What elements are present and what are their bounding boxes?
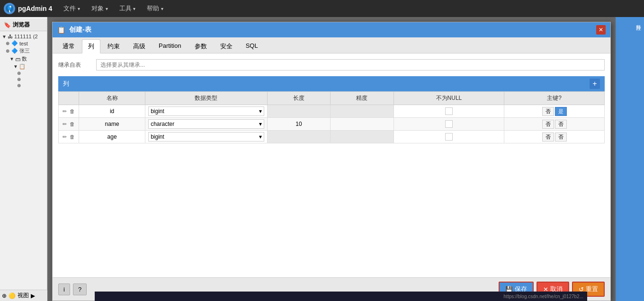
sidebar-view-section: ⊕ 🟡 视图 ▶ [0, 290, 47, 301]
tree-item-db[interactable]: ▼ 🗃 数 [9, 55, 45, 63]
logo-icon [4, 3, 15, 14]
tree-item-server[interactable]: ▼ 🖧 111111 (2 [2, 33, 45, 40]
row-actions: ✏ 🗑 [59, 105, 79, 118]
tab-parameters[interactable]: 参数 [188, 39, 213, 53]
sidebar: 🔖 浏览器 ▼ 🖧 111111 (2 ⊕ 🔷 test ⊕ 🔷 张三 ▼ 🗃 [0, 17, 47, 301]
edit-row-button[interactable]: ✏ [62, 121, 68, 128]
dialog-title: 创建-表 [69, 26, 91, 34]
tree-toggle: ▼ [2, 34, 8, 39]
not-null-badge: 否 [542, 107, 554, 116]
col-header-notnull: 不为NULL [394, 92, 504, 105]
tree-label: 数 [22, 55, 27, 62]
row-actions: ✏ 🗑 [59, 118, 79, 131]
columns-header: 列 + [58, 76, 605, 91]
inherit-label: 继承自表 [58, 61, 96, 69]
tab-security[interactable]: 安全 [214, 39, 239, 53]
col-notnull[interactable] [394, 131, 504, 143]
notnull-checkbox[interactable] [445, 107, 453, 115]
tree-item-zhangsan[interactable]: ⊕ 🔷 张三 [6, 47, 45, 55]
type-select[interactable]: character ▾ [148, 119, 264, 129]
menu-help[interactable]: 帮助 ▾ [142, 2, 168, 15]
tree-item-3[interactable]: ⊕ [17, 82, 45, 89]
columns-title: 列 [63, 80, 69, 88]
tree-toggle: ⊕ [6, 41, 11, 46]
delete-row-button[interactable]: 🗑 [69, 108, 76, 115]
inherit-row: 继承自表 [58, 59, 605, 71]
menubar: pgAdmin 4 文件 ▾ 对象 ▾ 工具 ▾ 帮助 ▾ [0, 0, 644, 17]
dialog-tabs: 通常 列 约束 高级 Partition 参数 [53, 37, 610, 53]
col-type: bigint ▾ [145, 131, 267, 143]
col-header-name: 名称 [79, 92, 145, 105]
type-select[interactable]: bigint ▾ [148, 106, 264, 116]
dialog-body: 继承自表 列 + 名称 [53, 53, 610, 277]
sidebar-title: 浏览器 [13, 21, 30, 29]
tree-toggle: ⊕ [6, 48, 11, 53]
tree-toggle: ⊕ [17, 77, 23, 82]
col-primarykey[interactable]: 否 否 [504, 118, 605, 131]
svg-point-2 [9, 6, 11, 8]
tab-advanced[interactable]: 高级 [127, 39, 152, 53]
row-actions: ✏ 🗑 [59, 131, 79, 143]
tab-partition[interactable]: Partition [152, 39, 188, 53]
tree-item-schema[interactable]: ▼ 📋 [13, 63, 45, 70]
tab-sql[interactable]: SQL [240, 39, 264, 53]
col-length [267, 105, 331, 118]
status-bar: https://blog.csdn.net/lhe/cn_j0127b2... [95, 292, 587, 301]
col-name: name [79, 118, 145, 131]
tree-label: test [19, 41, 28, 46]
col-header-actions [59, 92, 79, 105]
tab-general[interactable]: 通常 [56, 39, 81, 53]
col-precision [331, 105, 394, 118]
dialog-close-button[interactable]: ✕ [596, 25, 606, 35]
not-null-badge: 否 [542, 120, 554, 129]
inherit-input[interactable] [96, 59, 605, 71]
status-text: https://blog.csdn.net/lhe/cn_j0127b2... [504, 294, 583, 299]
tree-toggle: ▼ [9, 56, 15, 62]
notnull-checkbox[interactable] [445, 133, 453, 141]
type-select[interactable]: bigint ▾ [148, 132, 264, 142]
notnull-checkbox[interactable] [445, 120, 453, 128]
col-primarykey[interactable]: 否 是 [504, 105, 605, 118]
tree-label: 111111 (2 [14, 34, 38, 39]
add-column-button[interactable]: + [590, 79, 600, 89]
menu-file[interactable]: 文件 ▾ [59, 2, 85, 15]
tree-item-test[interactable]: ⊕ 🔷 test [6, 40, 45, 47]
tree-toggle: ⊕ [17, 83, 23, 88]
col-type: bigint ▾ [145, 105, 267, 118]
menu-object[interactable]: 对象 ▾ [87, 2, 113, 15]
delete-row-button[interactable]: 🗑 [69, 133, 76, 140]
delete-row-button[interactable]: 🗑 [69, 121, 76, 127]
col-notnull[interactable] [394, 105, 504, 118]
col-primarykey[interactable]: 否 否 [504, 131, 605, 143]
tab-columns[interactable]: 列 [82, 39, 100, 53]
info-button[interactable]: i [58, 283, 70, 295]
dialog-titlebar: 📋 创建-表 ✕ [53, 22, 610, 37]
col-type: character ▾ [145, 118, 267, 131]
app-logo: pgAdmin 4 [4, 3, 52, 14]
view-label: 视图 [18, 292, 29, 300]
sidebar-tree: ▼ 🖧 111111 (2 ⊕ 🔷 test ⊕ 🔷 张三 ▼ 🗃 数 ▼ [0, 31, 47, 90]
col-header-precision: 精度 [331, 92, 394, 105]
help-button[interactable]: ? [73, 283, 87, 295]
sidebar-icon: 🔖 [4, 22, 11, 28]
col-notnull[interactable] [394, 118, 504, 131]
sidebar-header: 🔖 浏览器 [0, 19, 47, 31]
right-panel: 注释 [616, 17, 644, 301]
tree-item-1[interactable]: ⊕ [17, 70, 45, 76]
col-header-length: 长度 [267, 92, 331, 105]
menu-tools[interactable]: 工具 ▾ [115, 2, 141, 15]
primary-key-badge: 否 [555, 133, 567, 142]
footer-left: i ? [58, 283, 87, 295]
content-area: 📋 创建-表 ✕ 通常 列 约束 [47, 17, 616, 301]
edit-row-button[interactable]: ✏ [62, 108, 68, 115]
dialog-overlay: 📋 创建-表 ✕ 通常 列 约束 [47, 17, 616, 301]
col-name: id [79, 105, 145, 118]
columns-section: 列 + 名称 数据类型 长度 精度 [58, 76, 605, 143]
edit-row-button[interactable]: ✏ [62, 133, 68, 141]
tree-item-2[interactable]: ⊕ [17, 76, 45, 82]
primary-key-badge: 是 [555, 107, 567, 116]
tab-constraints[interactable]: 约束 [101, 39, 126, 53]
col-precision [331, 131, 394, 143]
tree-label: 张三 [19, 47, 30, 54]
tree-toggle: ⊕ [17, 71, 23, 76]
